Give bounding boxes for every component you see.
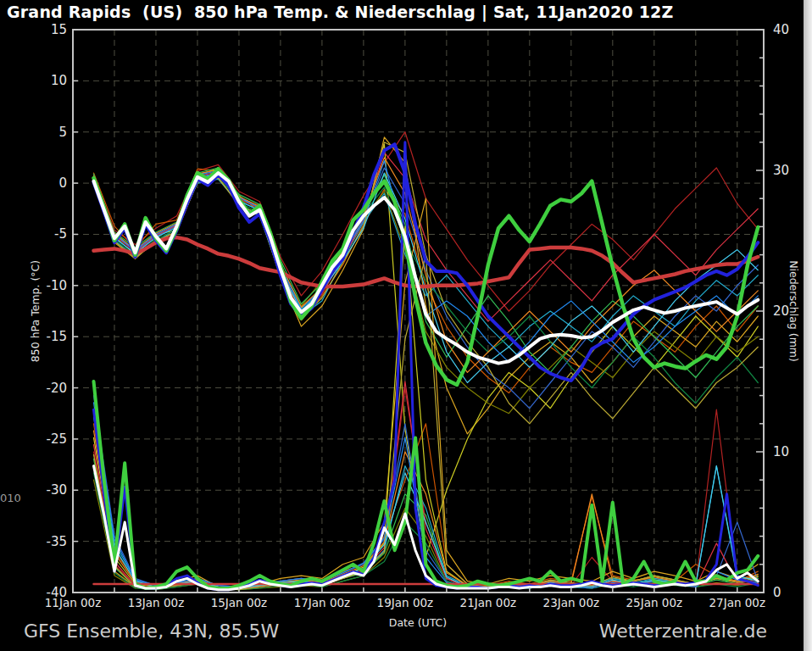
left-edge-text-fragment: 010 <box>0 492 21 504</box>
footer-model-info: GFS Ensemble, 43N, 85.5W <box>24 620 279 642</box>
series-operational-precip <box>94 381 759 588</box>
precip-axis-label: Niederschlag (mm) <box>787 260 800 362</box>
series-member-05-temp <box>94 175 759 413</box>
temp-axis-tick-label: -15 <box>47 329 68 344</box>
date-tick-label: 11Jan 00z <box>45 596 102 609</box>
temp-axis-tick-label: -30 <box>47 482 68 498</box>
temp-axis-tick-label: -10 <box>47 278 68 293</box>
footer-brand: Wetterzentrale.de <box>599 620 767 642</box>
date-tick-label: 13Jan 00z <box>128 596 185 609</box>
temp-axis-tick-label: 15 <box>51 22 67 37</box>
date-tick-label: 25Jan 00z <box>626 596 683 609</box>
date-tick-label: 21Jan 00z <box>460 596 517 609</box>
date-tick-label: 15Jan 00z <box>211 596 268 609</box>
temp-axis-tick-label: -35 <box>47 534 68 549</box>
precip-axis-tick-label: 0 <box>773 585 781 600</box>
temp-axis-tick-label: 10 <box>51 73 67 88</box>
meteogram-page: Grand Rapids (US) 850 hPa Temp. & Nieder… <box>0 0 812 651</box>
precip-axis-tick-label: 30 <box>773 163 789 178</box>
temp-axis-tick-label: -25 <box>47 431 68 447</box>
date-tick-label: 27Jan 00z <box>709 596 765 609</box>
temp-axis-tick-label: -5 <box>54 226 67 242</box>
temp-axis-tick-label: -20 <box>47 381 68 396</box>
temp-axis-tick-label: 5 <box>58 125 67 140</box>
page-edge-strip <box>804 0 812 651</box>
date-tick-label: 23Jan 00z <box>543 596 600 609</box>
series-layer <box>94 132 759 590</box>
temp-axis-label: 850 hPa Temp. (°C) <box>29 260 42 362</box>
date-tick-label: 19Jan 00z <box>377 596 434 609</box>
date-tick-label: 17Jan 00z <box>294 596 351 609</box>
precip-axis-tick-label: 40 <box>773 22 789 37</box>
x-axis-label: Date (UTC) <box>389 616 447 629</box>
ensemble-spaghetti-chart: 151050-5-10-15-20-25-30-35-4040302010011… <box>0 0 812 651</box>
temp-axis-tick-label: 0 <box>58 175 67 191</box>
precip-axis-tick-label: 10 <box>773 444 789 459</box>
